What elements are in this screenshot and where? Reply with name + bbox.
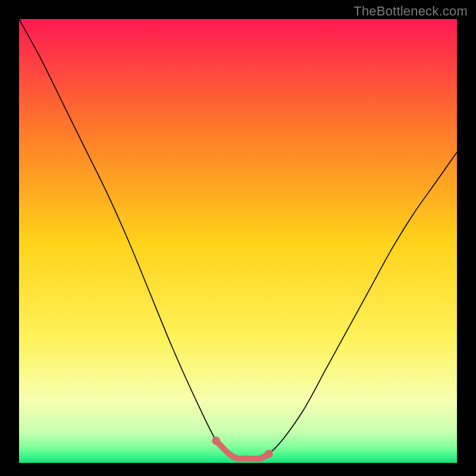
plot-area: [19, 19, 457, 463]
highlight-endpoint: [265, 450, 273, 458]
gradient-background: [19, 19, 457, 463]
highlight-endpoint: [212, 437, 220, 445]
bottleneck-chart: [19, 19, 457, 463]
watermark-text: TheBottleneck.com: [353, 4, 468, 19]
chart-frame: TheBottleneck.com: [0, 0, 476, 476]
